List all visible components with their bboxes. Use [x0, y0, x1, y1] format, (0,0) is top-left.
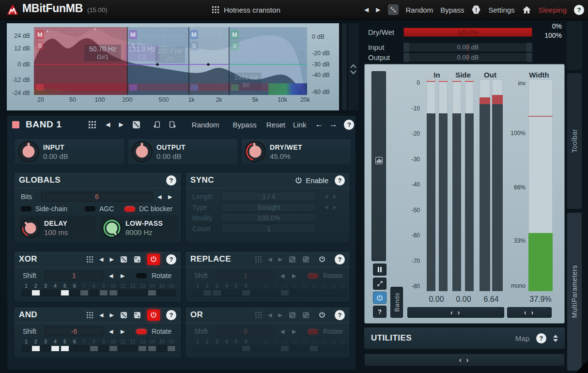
- bit-cell-4[interactable]: [222, 290, 231, 296]
- globals-help-button[interactable]: ?: [166, 175, 176, 186]
- global-drywet-slider[interactable]: 100.0%: [403, 28, 532, 37]
- bits-increase-button[interactable]: ▶: [168, 194, 172, 200]
- or-dice2-icon[interactable]: [302, 311, 309, 319]
- width-h-scrollbar[interactable]: ‹ ›: [507, 307, 552, 318]
- bit-cell-8[interactable]: [261, 345, 270, 352]
- graph-collapse-icon[interactable]: [349, 63, 357, 76]
- or-shift-slider[interactable]: 8: [217, 326, 275, 336]
- bit-cell-8[interactable]: [261, 290, 270, 296]
- sidechain-toggle[interactable]: Side-chain: [21, 205, 67, 213]
- or-power-button[interactable]: [316, 310, 328, 321]
- bit-cell-2[interactable]: [203, 290, 212, 296]
- or-next-button[interactable]: ▶: [279, 312, 282, 318]
- band-color-swatch[interactable]: [12, 121, 19, 128]
- sync-enable-button[interactable]: Enable: [295, 176, 328, 185]
- settings-button[interactable]: Settings: [488, 6, 514, 14]
- band-bypass-button[interactable]: Bypass: [233, 121, 257, 129]
- bit-cell-5[interactable]: [232, 290, 241, 296]
- global-input-slider[interactable]: 0.00 dB: [403, 43, 532, 52]
- bit-cell-2[interactable]: [203, 345, 212, 352]
- dc-blocker-toggle[interactable]: DC blocker: [124, 205, 172, 213]
- random-button[interactable]: Random: [406, 6, 433, 14]
- bit-cell-12[interactable]: [300, 345, 309, 352]
- and-shift-dec-button[interactable]: ◀: [109, 328, 113, 335]
- meter-zoom-slider[interactable]: [371, 71, 386, 261]
- xor-dice-icon[interactable]: [120, 256, 127, 263]
- drywet-knob[interactable]: [244, 140, 266, 163]
- bit-cell-15[interactable]: [329, 345, 338, 352]
- or-presets-grid-icon[interactable]: [255, 312, 262, 318]
- agc-toggle[interactable]: AGC: [85, 205, 114, 213]
- home-icon[interactable]: [522, 5, 531, 15]
- and-next-button[interactable]: ▶: [110, 312, 114, 318]
- meter-popup-button[interactable]: [373, 278, 387, 290]
- utilities-help-button[interactable]: ?: [536, 333, 546, 343]
- sync-modify-row[interactable]: Modify 100.0%: [186, 213, 350, 223]
- repl-shift-inc-button[interactable]: ▶: [292, 273, 296, 279]
- bit-cell-3[interactable]: [213, 345, 221, 352]
- utilities-bar[interactable]: UTILITIES Map ?: [364, 327, 565, 349]
- or-help-button[interactable]: ?: [335, 310, 345, 320]
- meter-power-button[interactable]: [373, 292, 387, 304]
- bit-cell-16[interactable]: [167, 290, 176, 296]
- sync-help-button[interactable]: ?: [335, 175, 345, 186]
- bit-cell-3[interactable]: [41, 345, 50, 352]
- repl-dice2-icon[interactable]: [302, 256, 309, 263]
- bit-cell-8[interactable]: [90, 345, 98, 352]
- bit-cell-7[interactable]: [80, 290, 89, 296]
- band-help-button[interactable]: ?: [344, 120, 354, 130]
- help-button[interactable]: ?: [574, 5, 584, 15]
- bit-cell-5[interactable]: [232, 345, 241, 352]
- dc-blocker-pill[interactable]: [124, 206, 135, 212]
- bit-cell-13[interactable]: [138, 290, 147, 296]
- and-prev-button[interactable]: ◀: [99, 312, 103, 318]
- bit-cell-10[interactable]: [280, 345, 289, 352]
- bit-cell-4[interactable]: [51, 345, 60, 352]
- delay-knob[interactable]: [20, 218, 41, 238]
- utilities-expand-control[interactable]: [553, 335, 558, 342]
- agc-pill[interactable]: [85, 206, 95, 212]
- and-bits-grid[interactable]: 12345678910111213141516: [22, 338, 176, 352]
- bit-cell-16[interactable]: [339, 345, 347, 352]
- replace-presets-grid-icon[interactable]: [255, 256, 262, 263]
- bit-cell-2[interactable]: [31, 290, 40, 296]
- bit-cell-11[interactable]: [290, 345, 299, 352]
- replace-shift-slider[interactable]: 1: [217, 271, 275, 280]
- and-power-button[interactable]: [147, 310, 160, 321]
- bit-cell-7[interactable]: [251, 345, 260, 352]
- bit-cell-3[interactable]: [213, 290, 221, 296]
- and-dice-icon[interactable]: [120, 311, 127, 319]
- bit-cell-9[interactable]: [271, 345, 279, 352]
- xor-power-button[interactable]: [147, 254, 160, 265]
- repl-prev-button[interactable]: ◀: [268, 256, 272, 263]
- bit-cell-16[interactable]: [339, 290, 347, 296]
- and-dice2-icon[interactable]: [134, 311, 141, 319]
- replace-bits-grid[interactable]: 12345678910111213141516: [193, 282, 347, 296]
- xor-shift-inc-button[interactable]: ▶: [121, 273, 124, 279]
- output-knob[interactable]: [131, 140, 153, 163]
- bit-cell-10[interactable]: [280, 290, 289, 296]
- preset-selector[interactable]: Hotness cranston: [212, 0, 280, 19]
- band-random-button[interactable]: Random: [192, 121, 219, 129]
- bits-slider[interactable]: 6: [41, 192, 153, 202]
- bits-decrease-button[interactable]: ◀: [157, 194, 161, 200]
- next-preset-button[interactable]: ▶: [376, 6, 380, 13]
- xor-dice2-icon[interactable]: [134, 256, 141, 263]
- xor-presets-grid-icon[interactable]: [87, 256, 93, 263]
- xor-shift-dec-button[interactable]: ◀: [109, 273, 113, 279]
- bit-cell-5[interactable]: [61, 345, 69, 352]
- bit-cell-9[interactable]: [99, 345, 108, 352]
- or-rotate-pill[interactable]: [308, 329, 318, 334]
- tab-multiparameters[interactable]: MultiParameters: [567, 212, 582, 371]
- bit-cell-10[interactable]: [109, 290, 118, 296]
- meter-pause-button[interactable]: [373, 264, 387, 276]
- bit-cell-4[interactable]: [51, 290, 60, 296]
- bit-cell-2[interactable]: [31, 345, 40, 352]
- bit-cell-6[interactable]: [242, 345, 250, 352]
- right-bottom-scrollbar[interactable]: ‹ ›: [364, 354, 565, 366]
- alert-hexagon-icon[interactable]: !: [471, 5, 481, 15]
- band-link-button[interactable]: Link: [293, 121, 307, 129]
- and-help-button[interactable]: ?: [166, 310, 176, 320]
- copy-settings-icon[interactable]: [153, 121, 161, 129]
- bit-cell-1[interactable]: [193, 345, 202, 352]
